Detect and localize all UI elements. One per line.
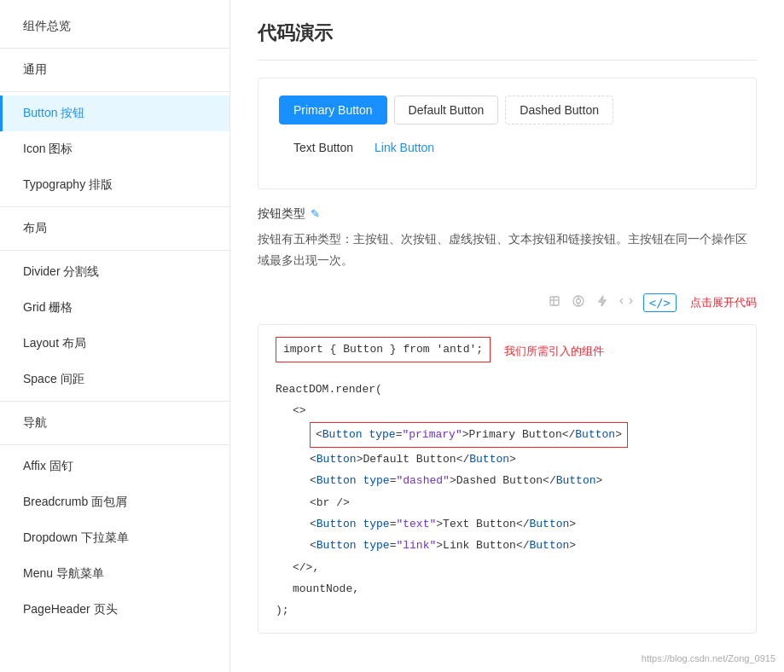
sidebar-item-button[interactable]: Button 按钮 [0,96,229,131]
code-fragment-close: </>, [276,558,739,577]
code-highlighted-line: <Button type="primary">Primary Button</B… [276,422,739,447]
sidebar-item-layout2[interactable]: Layout 布局 [0,326,229,362]
code-expand-button[interactable]: </> [643,293,677,312]
code-default-line: <Button>Default Button</Button> [276,449,739,469]
sidebar-divider-6 [0,444,229,445]
desc-section: 按钮类型 ✎ 按钮有五种类型：主按钮、次按钮、虚线按钮、文本按钮和链接按钮。主按… [258,206,757,271]
sidebar-item-breadcrumb[interactable]: Breadcrumb 面包屑 [0,484,229,520]
code-dashed-line: <Button type="dashed">Dashed Button</But… [276,471,739,490]
share-icon[interactable] [572,294,585,311]
code-mountnode: mountNode, [276,579,739,599]
sidebar-item-dropdown[interactable]: Dropdown 下拉菜单 [0,520,229,556]
primary-button[interactable]: Primary Button [279,96,387,125]
code-block: import { Button } from 'antd'; 我们所需引入的组件… [258,324,757,634]
text-button[interactable]: Text Button [279,133,368,162]
sidebar-item-divider[interactable]: Divider 分割线 [0,254,229,290]
edit-icon[interactable]: ✎ [311,207,320,220]
code-tooltip-label: 点击展开代码 [690,295,757,310]
code-render-line: ReactDOM.render( [276,379,739,399]
svg-rect-0 [550,297,559,305]
sidebar: 组件总览 通用 Button 按钮 Icon 图标 Typography 排版 … [0,0,230,672]
sidebar-item-grid[interactable]: Grid 栅格 [0,290,229,326]
sidebar-item-general[interactable]: 通用 [0,52,229,88]
import-row: import { Button } from 'antd'; 我们所需引入的组件 [276,337,739,365]
desc-title: 按钮类型 ✎ [258,206,757,222]
dashed-button[interactable]: Dashed Button [505,96,613,125]
desc-text: 按钮有五种类型：主按钮、次按钮、虚线按钮、文本按钮和链接按钮。主按钮在同一个操作… [258,229,757,271]
sidebar-item-icon[interactable]: Icon 图标 [0,131,229,167]
import-annotation: 我们所需引入的组件 [504,341,604,361]
code-render-close: ); [276,600,739,620]
main-content: 代码演示 Primary Button Default Button Dashe… [230,0,784,672]
sidebar-divider-5 [0,401,229,402]
sidebar-item-space[interactable]: Space 间距 [0,362,229,397]
sidebar-item-layout[interactable]: 布局 [0,211,229,246]
sidebar-item-affix[interactable]: Affix 固钉 [0,449,229,484]
watermark: https://blog.csdn.net/Zong_0915 [642,653,775,663]
code-link-line: <Button type="link">Link Button</Button> [276,536,739,555]
demo-area: Primary Button Default Button Dashed But… [258,78,757,189]
default-button[interactable]: Default Button [394,96,499,125]
button-row-2: Text Button Link Button [279,133,735,162]
sidebar-divider-3 [0,206,229,207]
sidebar-item-typography[interactable]: Typography 排版 [0,167,229,203]
sidebar-item-nav[interactable]: 导航 [0,405,229,441]
sidebar-item-menu[interactable]: Menu 导航菜单 [0,556,229,592]
page-title: 代码演示 [258,20,757,61]
copy-icon[interactable] [548,294,561,311]
code-text-line: <Button type="text">Text Button</Button> [276,514,739,534]
code-fragment-open: <> [276,401,739,420]
svg-point-4 [576,299,580,304]
sidebar-item-overview[interactable]: 组件总览 [0,9,229,44]
button-row-1: Primary Button Default Button Dashed But… [279,96,735,125]
lightning-icon[interactable] [595,294,609,311]
code-icon[interactable] [619,294,633,311]
link-button[interactable]: Link Button [375,134,434,161]
sidebar-divider-2 [0,91,229,92]
highlight-span: <Button type="primary">Primary Button</B… [310,422,628,447]
svg-marker-7 [599,296,606,306]
code-br-line: <br /> [276,493,739,513]
sidebar-item-pageheader[interactable]: PageHeader 页头 [0,592,229,628]
import-line: import { Button } from 'antd'; [276,337,491,362]
sidebar-divider-4 [0,250,229,251]
sidebar-divider-1 [0,48,229,49]
code-toolbar: </> 点击展开代码 [258,288,757,317]
